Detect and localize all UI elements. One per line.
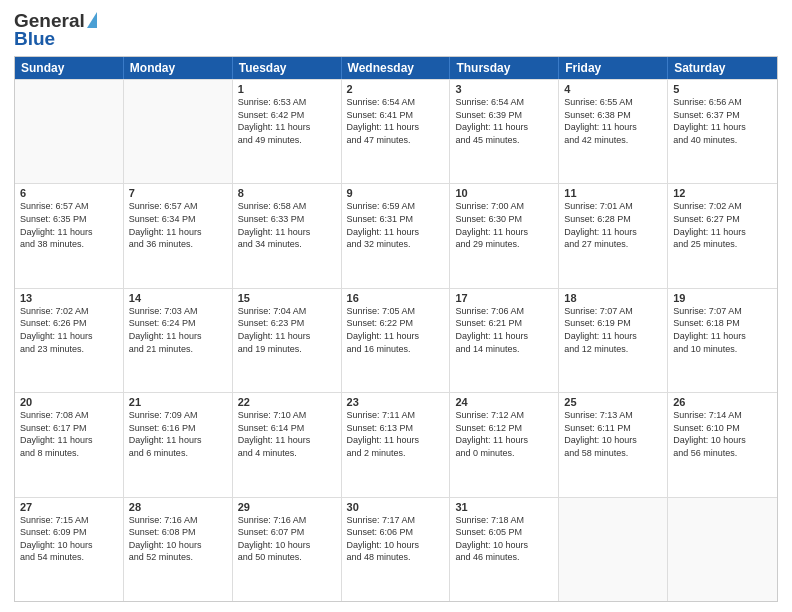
header-day-tuesday: Tuesday [233,57,342,79]
day-number: 15 [238,292,336,304]
day-info: Sunrise: 7:05 AM Sunset: 6:22 PM Dayligh… [347,305,445,355]
day-cell-23: 23Sunrise: 7:11 AM Sunset: 6:13 PM Dayli… [342,393,451,496]
day-cell-21: 21Sunrise: 7:09 AM Sunset: 6:16 PM Dayli… [124,393,233,496]
day-cell-2: 2Sunrise: 6:54 AM Sunset: 6:41 PM Daylig… [342,80,451,183]
day-number: 14 [129,292,227,304]
day-info: Sunrise: 7:00 AM Sunset: 6:30 PM Dayligh… [455,200,553,250]
week-row-1: 1Sunrise: 6:53 AM Sunset: 6:42 PM Daylig… [15,79,777,183]
day-cell-3: 3Sunrise: 6:54 AM Sunset: 6:39 PM Daylig… [450,80,559,183]
day-info: Sunrise: 6:55 AM Sunset: 6:38 PM Dayligh… [564,96,662,146]
day-info: Sunrise: 7:13 AM Sunset: 6:11 PM Dayligh… [564,409,662,459]
logo-icon [87,12,97,28]
day-info: Sunrise: 7:14 AM Sunset: 6:10 PM Dayligh… [673,409,772,459]
header-day-wednesday: Wednesday [342,57,451,79]
day-number: 6 [20,187,118,199]
day-cell-11: 11Sunrise: 7:01 AM Sunset: 6:28 PM Dayli… [559,184,668,287]
day-cell-28: 28Sunrise: 7:16 AM Sunset: 6:08 PM Dayli… [124,498,233,601]
day-info: Sunrise: 7:02 AM Sunset: 6:27 PM Dayligh… [673,200,772,250]
day-info: Sunrise: 7:09 AM Sunset: 6:16 PM Dayligh… [129,409,227,459]
day-info: Sunrise: 7:06 AM Sunset: 6:21 PM Dayligh… [455,305,553,355]
day-number: 23 [347,396,445,408]
day-cell-15: 15Sunrise: 7:04 AM Sunset: 6:23 PM Dayli… [233,289,342,392]
day-number: 21 [129,396,227,408]
day-cell-22: 22Sunrise: 7:10 AM Sunset: 6:14 PM Dayli… [233,393,342,496]
week-row-4: 20Sunrise: 7:08 AM Sunset: 6:17 PM Dayli… [15,392,777,496]
week-row-5: 27Sunrise: 7:15 AM Sunset: 6:09 PM Dayli… [15,497,777,601]
day-number: 22 [238,396,336,408]
day-number: 7 [129,187,227,199]
logo: General Blue [14,10,97,50]
day-cell-14: 14Sunrise: 7:03 AM Sunset: 6:24 PM Dayli… [124,289,233,392]
day-cell-13: 13Sunrise: 7:02 AM Sunset: 6:26 PM Dayli… [15,289,124,392]
day-cell-18: 18Sunrise: 7:07 AM Sunset: 6:19 PM Dayli… [559,289,668,392]
day-number: 10 [455,187,553,199]
day-cell-12: 12Sunrise: 7:02 AM Sunset: 6:27 PM Dayli… [668,184,777,287]
header-day-friday: Friday [559,57,668,79]
day-number: 1 [238,83,336,95]
day-info: Sunrise: 7:03 AM Sunset: 6:24 PM Dayligh… [129,305,227,355]
day-cell-8: 8Sunrise: 6:58 AM Sunset: 6:33 PM Daylig… [233,184,342,287]
day-number: 31 [455,501,553,513]
header: General Blue [14,10,778,50]
day-cell-10: 10Sunrise: 7:00 AM Sunset: 6:30 PM Dayli… [450,184,559,287]
day-info: Sunrise: 6:54 AM Sunset: 6:41 PM Dayligh… [347,96,445,146]
day-cell-30: 30Sunrise: 7:17 AM Sunset: 6:06 PM Dayli… [342,498,451,601]
empty-cell [559,498,668,601]
day-cell-19: 19Sunrise: 7:07 AM Sunset: 6:18 PM Dayli… [668,289,777,392]
day-number: 19 [673,292,772,304]
day-cell-17: 17Sunrise: 7:06 AM Sunset: 6:21 PM Dayli… [450,289,559,392]
day-info: Sunrise: 7:18 AM Sunset: 6:05 PM Dayligh… [455,514,553,564]
day-info: Sunrise: 7:04 AM Sunset: 6:23 PM Dayligh… [238,305,336,355]
day-info: Sunrise: 6:54 AM Sunset: 6:39 PM Dayligh… [455,96,553,146]
day-number: 13 [20,292,118,304]
day-info: Sunrise: 6:59 AM Sunset: 6:31 PM Dayligh… [347,200,445,250]
day-cell-24: 24Sunrise: 7:12 AM Sunset: 6:12 PM Dayli… [450,393,559,496]
day-number: 12 [673,187,772,199]
day-cell-25: 25Sunrise: 7:13 AM Sunset: 6:11 PM Dayli… [559,393,668,496]
day-info: Sunrise: 7:01 AM Sunset: 6:28 PM Dayligh… [564,200,662,250]
day-cell-4: 4Sunrise: 6:55 AM Sunset: 6:38 PM Daylig… [559,80,668,183]
day-info: Sunrise: 7:10 AM Sunset: 6:14 PM Dayligh… [238,409,336,459]
day-info: Sunrise: 7:07 AM Sunset: 6:18 PM Dayligh… [673,305,772,355]
day-cell-9: 9Sunrise: 6:59 AM Sunset: 6:31 PM Daylig… [342,184,451,287]
day-info: Sunrise: 7:15 AM Sunset: 6:09 PM Dayligh… [20,514,118,564]
day-number: 18 [564,292,662,304]
day-info: Sunrise: 7:02 AM Sunset: 6:26 PM Dayligh… [20,305,118,355]
day-info: Sunrise: 7:08 AM Sunset: 6:17 PM Dayligh… [20,409,118,459]
day-cell-20: 20Sunrise: 7:08 AM Sunset: 6:17 PM Dayli… [15,393,124,496]
day-cell-5: 5Sunrise: 6:56 AM Sunset: 6:37 PM Daylig… [668,80,777,183]
day-info: Sunrise: 7:17 AM Sunset: 6:06 PM Dayligh… [347,514,445,564]
day-info: Sunrise: 7:12 AM Sunset: 6:12 PM Dayligh… [455,409,553,459]
day-info: Sunrise: 6:58 AM Sunset: 6:33 PM Dayligh… [238,200,336,250]
day-info: Sunrise: 6:57 AM Sunset: 6:34 PM Dayligh… [129,200,227,250]
header-day-saturday: Saturday [668,57,777,79]
calendar-header: SundayMondayTuesdayWednesdayThursdayFrid… [15,57,777,79]
day-number: 26 [673,396,772,408]
day-number: 28 [129,501,227,513]
day-cell-6: 6Sunrise: 6:57 AM Sunset: 6:35 PM Daylig… [15,184,124,287]
day-number: 5 [673,83,772,95]
empty-cell [15,80,124,183]
day-info: Sunrise: 7:16 AM Sunset: 6:07 PM Dayligh… [238,514,336,564]
day-info: Sunrise: 6:53 AM Sunset: 6:42 PM Dayligh… [238,96,336,146]
header-day-thursday: Thursday [450,57,559,79]
day-number: 8 [238,187,336,199]
day-number: 29 [238,501,336,513]
day-cell-27: 27Sunrise: 7:15 AM Sunset: 6:09 PM Dayli… [15,498,124,601]
day-number: 9 [347,187,445,199]
day-cell-29: 29Sunrise: 7:16 AM Sunset: 6:07 PM Dayli… [233,498,342,601]
day-number: 20 [20,396,118,408]
day-info: Sunrise: 7:11 AM Sunset: 6:13 PM Dayligh… [347,409,445,459]
week-row-2: 6Sunrise: 6:57 AM Sunset: 6:35 PM Daylig… [15,183,777,287]
day-number: 16 [347,292,445,304]
day-number: 11 [564,187,662,199]
calendar-body: 1Sunrise: 6:53 AM Sunset: 6:42 PM Daylig… [15,79,777,601]
day-cell-31: 31Sunrise: 7:18 AM Sunset: 6:05 PM Dayli… [450,498,559,601]
day-info: Sunrise: 6:56 AM Sunset: 6:37 PM Dayligh… [673,96,772,146]
day-cell-16: 16Sunrise: 7:05 AM Sunset: 6:22 PM Dayli… [342,289,451,392]
header-day-monday: Monday [124,57,233,79]
day-number: 17 [455,292,553,304]
day-number: 24 [455,396,553,408]
day-number: 2 [347,83,445,95]
day-info: Sunrise: 7:16 AM Sunset: 6:08 PM Dayligh… [129,514,227,564]
